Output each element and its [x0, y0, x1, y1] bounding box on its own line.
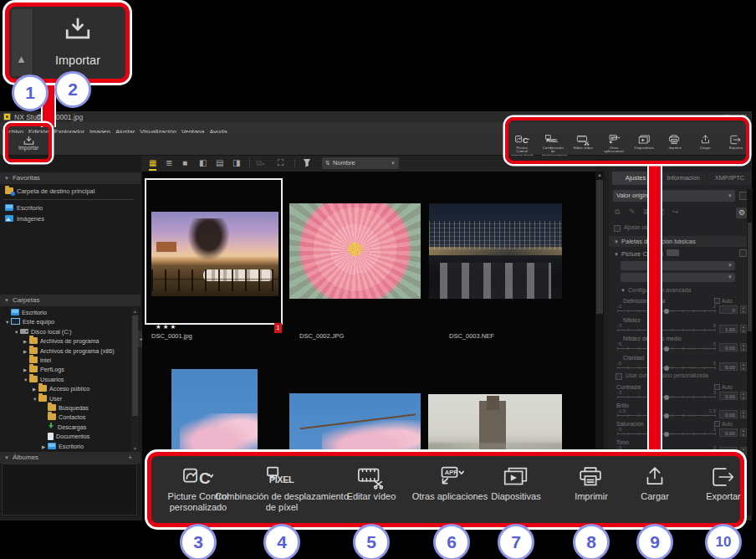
folder-tree: Escritorio▼Este equipo▼Disco local (C:)▶… [0, 308, 130, 452]
thumbnail-image-dsc-0003[interactable] [429, 203, 562, 299]
slider-value[interactable]: 0.00 [719, 410, 738, 418]
slider-stepper[interactable]: ▲▼ [740, 428, 747, 437]
favorite-item-images[interactable]: Imágenes [0, 213, 134, 224]
auto-checkbox[interactable]: Auto [714, 298, 733, 304]
tree-scrollbar[interactable]: ▲ ▼ [131, 308, 139, 452]
slider-handle[interactable] [664, 366, 669, 371]
expander-open-icon[interactable]: ▼ [33, 395, 38, 404]
adjust-using-checkbox[interactable] [614, 225, 621, 232]
expander-closed-icon[interactable]: ▶ [42, 443, 48, 452]
print-icon [576, 464, 606, 490]
star-rating[interactable]: ★★★ [156, 323, 177, 331]
tree-item-archivos-de-programa-x86-[interactable]: ▶Archivos de programa (x86) [0, 346, 130, 356]
sidebar: ▼Favoritas Carpeta de destino principal … [0, 156, 140, 517]
slider-stepper[interactable]: ▲▼ [740, 410, 747, 418]
thumbnail-filename[interactable]: DSC_0002.JPG [299, 332, 344, 340]
slider-handle[interactable] [664, 309, 669, 314]
tree-item-acceso-p-blico[interactable]: ▶Acceso público [0, 384, 130, 393]
tree-item-contactos[interactable]: Contactos [0, 413, 130, 422]
tree-item-perflogs[interactable]: ▶PerfLogs [0, 365, 130, 374]
slider-max: 9 [702, 323, 716, 328]
tree-item-user[interactable]: ▼User [0, 394, 130, 403]
tree-item-escritorio[interactable]: Escritorio [0, 308, 130, 317]
multi-view-icon[interactable]: ▤ [216, 157, 223, 169]
slider-value[interactable]: 0.00 [719, 392, 738, 400]
thumbnail-image-dsc-0002[interactable] [289, 203, 421, 299]
slider-handle[interactable] [664, 432, 669, 437]
expander-closed-icon[interactable]: ▶ [33, 385, 38, 394]
palettes-section-header[interactable]: ▼Paletas de edición básicas [609, 236, 752, 247]
crop-tool-icon[interactable]: ⧉ [615, 208, 620, 217]
picture-control-dropdown-1[interactable]: ▼ [621, 261, 735, 270]
slider-track[interactable] [617, 330, 716, 331]
expander-open-icon[interactable]: ▼ [23, 376, 29, 385]
slider-brillo: Brillo-1.51.50.00▲▼ [609, 403, 752, 421]
version-dropdown[interactable]: Valor original▼ [613, 190, 735, 202]
picture-control-section-header[interactable]: ▼Picture Control [614, 249, 679, 258]
slider-value[interactable]: 0.00 [719, 343, 738, 351]
filter-icon[interactable] [303, 158, 311, 171]
slider-saturaci-n: SaturaciónAuto-330.00▲▼ [609, 421, 752, 439]
tree-item-archivos-de-programa[interactable]: ▶Archivos de programa [0, 336, 130, 346]
tree-item-disco-local-c-[interactable]: ▼Disco local (C:) [0, 327, 130, 336]
add-album-button[interactable]: + [128, 452, 132, 464]
grid-view-icon[interactable]: ▦ [149, 157, 156, 171]
expander-closed-icon[interactable]: ▶ [23, 347, 29, 356]
slider-stepper[interactable]: ▲▼ [740, 325, 747, 333]
thumbnail-image-blossom-portrait[interactable] [171, 369, 258, 456]
callout-number-5: 5 [353, 524, 390, 559]
sort-dropdown[interactable]: ⇅Nombre▼ [322, 157, 399, 169]
slider-stepper[interactable]: ▲▼ [740, 392, 747, 400]
slider-min: -3 [617, 445, 621, 450]
filmstrip-view-icon[interactable]: ◨ [232, 157, 240, 169]
tree-item-usuarios[interactable]: ▼Usuarios [0, 375, 130, 384]
gear-icon[interactable]: ⚙ [736, 208, 748, 218]
fit-screen-icon[interactable]: ⛶ [278, 157, 284, 169]
auto-checkbox[interactable]: Auto [714, 421, 733, 427]
auto-checkbox[interactable]: Auto [714, 384, 733, 390]
slider-stepper[interactable]: ▲▼ [740, 305, 747, 314]
tree-item-este-equipo[interactable]: ▼Este equipo [0, 317, 130, 326]
brush-tool-icon[interactable]: ✎ [629, 208, 636, 216]
slider-value[interactable]: 1.00 [719, 325, 738, 333]
thumbnail-filename[interactable]: DSC_0001.jpg [151, 332, 192, 340]
slider-stepper[interactable]: ▲▼ [740, 362, 747, 371]
split-view-icon[interactable]: ◧ [199, 157, 207, 169]
expander-closed-icon[interactable]: ▶ [23, 337, 29, 346]
folders-header[interactable]: ▼Carpetas [0, 295, 140, 306]
redo-tool-icon[interactable]: ↪ [672, 208, 679, 216]
tree-item-escritorio[interactable]: ▶Escritorio [0, 442, 130, 451]
favorite-item-target-folder[interactable]: Carpeta de destino principal [0, 186, 134, 197]
thumbnail-image-blossom-branch[interactable] [289, 393, 421, 460]
slider-handle[interactable] [664, 395, 669, 400]
tab-xmp-iptc[interactable]: XMP/IPTC [707, 172, 752, 185]
expander-closed-icon[interactable]: ▶ [23, 366, 29, 375]
single-view-icon[interactable]: ■ [182, 157, 187, 169]
slider-value[interactable]: 0 [719, 305, 738, 314]
slider-handle[interactable] [664, 413, 669, 418]
tree-item-descargas[interactable]: Descargas [0, 423, 130, 432]
favorite-item-desktop[interactable]: Escritorio [0, 203, 134, 213]
desktop-icon [48, 443, 56, 449]
slider-stepper[interactable]: ▲▼ [740, 343, 747, 351]
thumbnail-filename[interactable]: DSC_0003.NEF [449, 332, 494, 340]
tone-curve-checkbox[interactable] [616, 373, 622, 380]
callout-toolbar-top [505, 117, 749, 164]
slider-handle[interactable] [664, 346, 669, 351]
picture-control-checkbox[interactable] [739, 249, 747, 257]
expander-open-icon[interactable]: ▼ [14, 328, 20, 337]
tree-item-intel[interactable]: intel [0, 356, 130, 365]
slider-value[interactable]: 0.00 [719, 362, 738, 371]
expander-open-icon[interactable]: ▼ [5, 318, 11, 327]
thumbnail-image-dsc-0001[interactable] [151, 212, 278, 296]
favorites-header[interactable]: ▼Favoritas [0, 172, 140, 184]
slider-value[interactable]: 0.00 [719, 428, 738, 437]
albums-header[interactable]: ▼Álbumes+ [0, 452, 140, 464]
tab-informacion[interactable]: Información [660, 172, 707, 185]
tree-item-documentos[interactable]: Documentos [0, 432, 130, 441]
list-view-icon[interactable]: ≣ [166, 157, 172, 169]
compare-icon[interactable]: ⧉▾ [256, 157, 264, 170]
tree-item-b-squedas[interactable]: Búsquedas [0, 403, 130, 413]
picture-control-dropdown-2[interactable]: ▼ [621, 273, 735, 282]
thumbnail-image-post[interactable] [428, 394, 562, 460]
